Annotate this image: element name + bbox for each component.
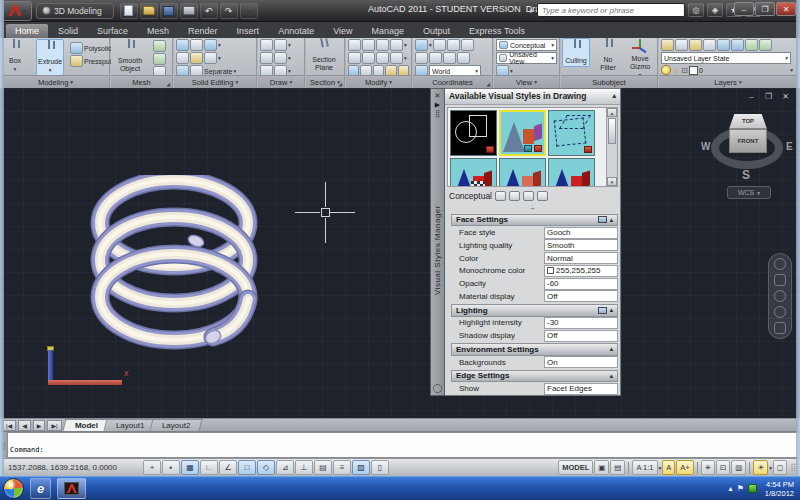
toggle-dynamic-input-button[interactable]: ▤ — [314, 460, 332, 475]
action-center-flag-icon[interactable]: ⚑ — [737, 484, 744, 493]
tab-view[interactable]: View — [324, 24, 361, 38]
compass-south-label[interactable]: S — [742, 168, 750, 182]
trim-icon[interactable] — [376, 39, 389, 51]
line-icon[interactable] — [260, 52, 273, 64]
command-line-window[interactable]: ⣿ Command: Command: Regenerating model. … — [0, 431, 800, 458]
taper-faces-icon[interactable] — [204, 52, 217, 64]
chevron-down-icon[interactable]: ▾ — [769, 465, 772, 471]
toggle-infer-constraints-button[interactable]: + — [143, 460, 161, 475]
annotation-scale-button[interactable]: A 1:1 — [632, 460, 657, 475]
tab-manage[interactable]: Manage — [363, 24, 414, 38]
intersect-icon[interactable] — [204, 39, 217, 51]
restore-button[interactable]: ❐ — [755, 2, 775, 16]
ucs-3point-icon[interactable] — [443, 52, 456, 64]
zoom-icon[interactable] — [774, 290, 786, 302]
tab-insert[interactable]: Insert — [228, 24, 269, 38]
ucs-face-icon[interactable] — [461, 39, 474, 51]
layer-unlock-icon[interactable] — [731, 39, 744, 51]
tab-layout2[interactable]: Layout2 — [150, 419, 203, 431]
property-value[interactable]: -60 — [544, 278, 618, 290]
box-button[interactable]: Box ▾ — [4, 39, 26, 74]
property-value[interactable]: -30 — [544, 317, 618, 329]
thumbnail-scrollbar[interactable]: ▴ ▾ — [606, 108, 617, 186]
workspace-switching-button[interactable]: ✳ — [701, 460, 715, 475]
subtract-icon[interactable] — [190, 39, 203, 51]
fillet-icon[interactable] — [376, 52, 389, 64]
compass-west-label[interactable]: W — [701, 141, 710, 152]
tab-layout1[interactable]: Layout1 — [103, 419, 156, 431]
copy-icon[interactable] — [348, 52, 361, 64]
compass-east-label[interactable]: E — [786, 141, 793, 152]
close-icon[interactable]: ✕ — [779, 92, 792, 101]
gear-icon[interactable] — [433, 384, 442, 393]
ucs-previous-icon[interactable] — [447, 39, 460, 51]
explode-icon[interactable] — [390, 52, 403, 64]
splitter-handle[interactable]: ÷ — [445, 204, 620, 213]
search-input[interactable] — [537, 3, 685, 17]
section-plane-button[interactable]: Section Plane — [309, 38, 339, 73]
hardware-acceleration-button[interactable]: ▥ — [731, 460, 746, 475]
auto-annotate-button[interactable]: A+ — [676, 460, 693, 475]
tab-output[interactable]: Output — [414, 24, 459, 38]
open-button[interactable] — [140, 3, 158, 19]
toggle-grid-display-button[interactable]: ▦ — [181, 460, 199, 475]
toggle-ortho-mode-button[interactable]: ∟ — [200, 460, 218, 475]
scrollbar-thumb[interactable] — [608, 118, 616, 144]
style-realistic[interactable] — [499, 158, 546, 187]
layer-off-icon[interactable] — [675, 39, 688, 51]
model-space-button[interactable]: MODEL — [558, 460, 593, 475]
scroll-up-icon[interactable]: ▴ — [607, 108, 617, 117]
layer-lock-icon[interactable] — [717, 39, 730, 51]
network-status-icon[interactable] — [748, 484, 757, 493]
move-gizmo-button[interactable]: Move Gizmo ▾ — [625, 38, 655, 80]
section-environment-settings[interactable]: Environment Settings ▴ — [451, 343, 618, 356]
property-value[interactable]: 255,255,255 — [544, 265, 618, 277]
workspace-switcher[interactable]: 3D Modeling ▾ — [36, 3, 114, 19]
style-shaded[interactable] — [548, 158, 595, 187]
section-face-settings[interactable]: Face Settings ▴ — [451, 214, 618, 227]
last-tab-button[interactable]: ▶| — [47, 420, 61, 431]
layer-freeze-icon[interactable] — [703, 39, 716, 51]
internet-explorer-button[interactable]: e — [30, 478, 51, 499]
tab-mesh[interactable]: Mesh — [138, 24, 178, 38]
apply-style-icon[interactable] — [509, 191, 520, 201]
panel-label-section[interactable]: Section▾◢ — [306, 75, 344, 88]
property-value[interactable]: Smooth — [544, 239, 618, 251]
collapse-icon[interactable]: ▴ — [610, 345, 613, 353]
extrude-button[interactable]: Extrude ▾ — [36, 39, 64, 76]
palette-title-strip[interactable]: ✕ ▶ ⣿ Visual Styles Manager — [430, 88, 445, 396]
panel-label-coordinates[interactable]: Coordinates◢ — [413, 75, 492, 88]
separate-button[interactable]: Separate — [204, 68, 232, 75]
start-button[interactable] — [3, 478, 24, 499]
close-icon[interactable]: ✕ — [435, 91, 441, 100]
first-tab-button[interactable]: |◀ — [2, 420, 16, 431]
auto-hide-icon[interactable]: ▶ — [435, 100, 440, 109]
application-status-button[interactable]: ☀ — [753, 460, 768, 475]
property-value[interactable]: Facet Edges — [544, 383, 618, 395]
tab-annotate[interactable]: Annotate — [269, 24, 323, 38]
presspull-button[interactable]: Presspull — [70, 55, 113, 67]
tab-solid[interactable]: Solid — [49, 24, 87, 38]
toggle-quick-properties-button[interactable]: ▯ — [371, 460, 389, 475]
toolbar-lock-button[interactable]: ⊡ — [716, 460, 730, 475]
mirror-icon[interactable] — [362, 52, 375, 64]
collapse-icon[interactable]: ▴ — [610, 372, 613, 380]
ucs-x-rotate-icon[interactable] — [457, 52, 470, 64]
section-lighting[interactable]: Lighting ▴ — [451, 304, 618, 317]
navigation-bar[interactable] — [768, 253, 792, 339]
toggle-snap-mode-button[interactable]: ▪ — [162, 460, 180, 475]
layer-state-dropdown[interactable]: Unsaved Layer State▾ — [661, 52, 791, 64]
toggle-3d-object-snap-button[interactable]: ◇ — [257, 460, 275, 475]
layer-prev-icon[interactable] — [759, 39, 772, 51]
property-value[interactable]: Off — [544, 330, 618, 342]
redo-button[interactable]: ↷ — [220, 3, 238, 19]
prev-tab-button[interactable]: ◀ — [18, 420, 31, 431]
communication-center-button[interactable]: ◈ — [707, 3, 723, 17]
arc-icon[interactable] — [274, 39, 287, 51]
scroll-down-icon[interactable]: ▾ — [607, 177, 617, 186]
search-button[interactable]: ◎ — [688, 3, 704, 17]
delete-style-icon[interactable] — [537, 191, 548, 201]
panel-label-solid-editing[interactable]: Solid Editing▾ — [174, 75, 256, 88]
next-tab-button[interactable]: ▶ — [33, 420, 46, 431]
steering-wheel-icon[interactable] — [774, 258, 786, 270]
